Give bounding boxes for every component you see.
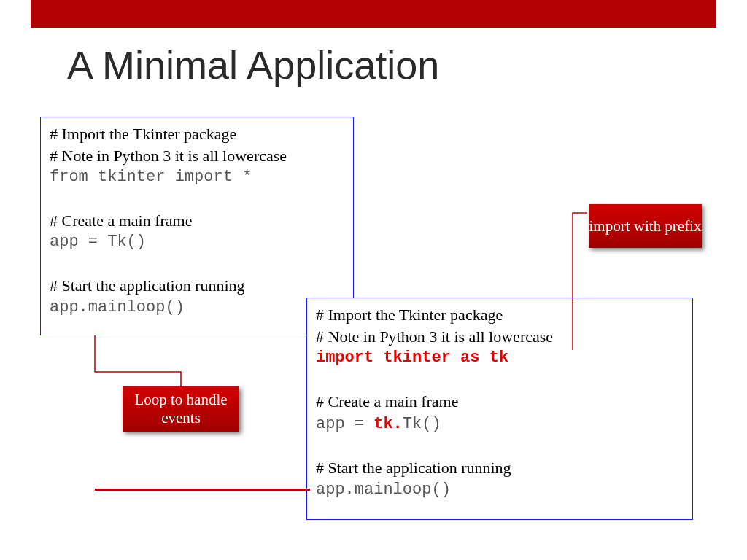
code-line: from tkinter import *: [50, 166, 344, 188]
code-block-prefix: # Import the Tkinter package # Note in P…: [306, 298, 693, 520]
slide-title: A Minimal Application: [67, 42, 439, 88]
callout-loop-events: Loop to handle events: [123, 386, 239, 432]
comment-line: # Create a main frame: [316, 391, 684, 413]
code-line: app.mainloop(): [316, 479, 684, 501]
comment-line: # Start the application running: [316, 457, 684, 479]
comment-line: # Start the application running: [50, 275, 344, 297]
comment-line: # Create a main frame: [50, 210, 344, 232]
comment-line: # Note in Python 3 it is all lowercase: [50, 145, 344, 167]
connector-loop: [73, 335, 190, 390]
code-line-highlight: import tkinter as tk: [316, 347, 684, 369]
comment-line: # Import the Tkinter package: [316, 304, 684, 326]
callout-import-prefix: import with prefix: [589, 204, 702, 248]
code-line: app = Tk(): [50, 231, 344, 253]
code-line: app = tk.Tk(): [316, 412, 684, 435]
code-line: app.mainloop(): [50, 297, 344, 319]
header-bar: [31, 0, 716, 28]
comment-line: # Note in Python 3 it is all lowercase: [316, 326, 684, 348]
comment-line: # Import the Tkinter package: [50, 123, 344, 145]
divider-rule: [95, 489, 310, 491]
